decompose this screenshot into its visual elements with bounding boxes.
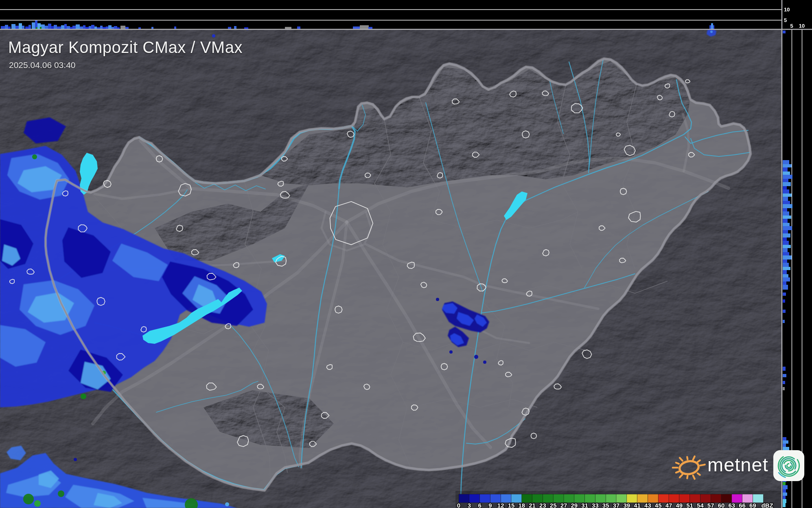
profile-bar [783,179,788,182]
legend-cell [501,494,511,503]
profile-bar [138,27,141,29]
profile-bar [783,496,786,499]
legend-tick-label: 29 [571,502,578,508]
legend-tick-label: 51 [686,502,693,508]
legend-tick-label: 54 [697,502,704,508]
profile-bar [783,245,791,248]
profile-bar [783,503,786,507]
legend-tick-label: 66 [739,502,746,508]
right-axis-tick-label: 5 [790,23,793,29]
legend-cell [511,494,522,503]
profile-bar [100,26,103,29]
sun-ray [693,475,695,479]
legend-cell [532,494,543,503]
profile-bar [125,27,129,29]
profile-bar [114,26,117,29]
profile-bar [108,25,112,29]
profile-bar [783,387,785,390]
profile-bar [5,25,8,29]
profile-bar [117,27,120,29]
precipitation-cell [81,394,86,399]
profile-bar [783,252,789,255]
profile-bar [783,381,785,384]
profile-bar [297,26,300,29]
legend-cell [690,494,700,503]
profile-bar [783,182,791,186]
legend-tick-label: 37 [613,502,620,508]
legend-cell [742,494,753,503]
profile-bar [94,26,97,29]
legend-cell [459,494,469,503]
sun-ray [687,457,687,460]
profile-bar [54,25,57,29]
legend-cell [721,494,732,503]
precipitation-cell [212,34,215,37]
profile-bar [783,204,792,208]
profile-bar [783,274,788,277]
profile-bar [106,26,108,29]
sun-ray [680,475,683,477]
profile-bar [783,248,788,252]
radar-map: 105510 036912151821232527293133353739414… [0,0,812,508]
profile-bar [783,241,789,245]
precipitation-cell [32,154,37,159]
profile-bar [97,27,100,29]
sun-ray [693,456,695,460]
profile-bar [244,27,248,29]
profile-bar [8,26,11,29]
profile-bar [783,167,788,172]
precipitation-cell [710,31,713,33]
sun-ray [700,464,705,465]
profile-bar [783,277,790,281]
legend-tick-label: 6 [478,502,481,508]
legend-tick-label: 23 [539,502,546,508]
radar-composite-view: 105510 036912151821232527293133353739414… [0,0,812,508]
profile-bar [783,186,787,189]
profile-bar [783,499,786,503]
profile-bar [783,172,790,175]
legend-cell [679,494,690,503]
right-profile-panel [782,0,812,508]
dbz-legend: 0369121518212325272931333537394143454749… [455,491,781,508]
profile-bar [783,299,785,303]
profile-bar [80,26,83,29]
profile-bar [61,25,64,29]
profile-bar [783,444,786,447]
legend-tick-label: 9 [488,502,492,508]
legend-cell [522,494,532,503]
profile-bar [353,26,360,29]
legend-cell [616,494,627,503]
logo-text: metnet [707,453,768,476]
legend-tick-label: 12 [497,502,504,508]
legend-cell [469,494,480,503]
profile-bar [91,25,94,29]
precipitation-cell [34,500,41,507]
precipitation-cell [23,494,34,504]
profile-bar [67,26,70,29]
legend-tick-label: 33 [592,502,599,508]
profile-bar [783,164,792,167]
profile-bar [783,197,788,201]
legend-cell [585,494,595,503]
profile-bar [783,255,792,259]
profile-bar [783,374,786,377]
legend-tick-label: 18 [518,502,525,508]
profile-bar [70,27,72,29]
legend-tick-label: 69 [749,502,756,508]
legend-tick-label: 57 [707,502,714,508]
sun-ray [676,463,679,464]
profile-bar [174,26,176,29]
timestamp: 2025.04.06 03:40 [9,60,76,70]
precipitation-cell [225,502,229,506]
page-title: Magyar Kompozit CMax / VMax [8,38,243,57]
profile-bar [32,22,35,29]
profile-bar [76,24,80,29]
profile-bar [57,26,61,29]
profile-bar [783,310,786,313]
profile-bar [103,27,106,29]
profile-bar [112,27,114,29]
legend-cell [627,494,637,503]
legend-tick-label: 15 [508,502,515,508]
sun-ray [680,458,683,461]
profile-bar [783,238,787,241]
